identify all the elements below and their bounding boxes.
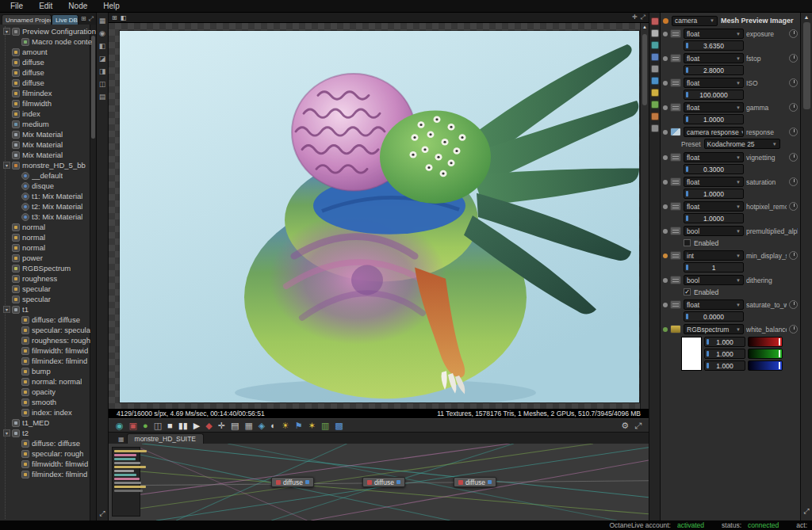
tree-item-preview-configuration[interactable]: ▾Preview Configuration [2,26,96,36]
dithering-type-dropdown[interactable]: bool▼ [684,275,744,285]
ISO-knob-icon[interactable] [789,78,798,87]
node-palette[interactable] [112,447,140,517]
tree-item-monstre-hd-5-bb[interactable]: ▾monstre_HD_5_bb [2,160,96,170]
b-channel-slider[interactable] [748,360,783,371]
pin-icon[interactable]: ✛ [632,13,638,21]
node-type-icon-1[interactable] [651,29,659,37]
ISO-value-slider[interactable]: 100.0000 [684,90,744,100]
graph-node-diffuse[interactable]: diffuse [454,477,496,487]
passes-icon[interactable]: ▥ [321,419,329,432]
tree-item-index-index[interactable]: index: index [2,407,96,418]
saturate_to_white-knob-icon[interactable] [789,300,798,309]
layers-panel-icon[interactable]: ▤ [98,93,107,101]
lock-resolution-icon[interactable]: ◐ [270,419,276,432]
tree-item-normal[interactable]: normal [2,222,96,232]
region-flag-icon[interactable]: ⚑ [295,419,303,432]
fstop-knob-icon[interactable] [789,54,798,63]
stop-render-icon[interactable]: ■ [167,419,173,432]
expander-icon[interactable]: ▾ [3,306,10,313]
render-viewport[interactable]: ▲ [109,23,649,409]
inspector-scrollbar[interactable]: ▲⤢ [800,13,812,520]
tree-item-amount[interactable]: amount [2,47,96,57]
graph-node-diffuse[interactable]: diffuse [271,477,314,487]
tree-item-diffuse[interactable]: diffuse [2,78,96,88]
tree-item-specular[interactable]: specular [2,294,96,304]
render-target-icon[interactable]: ▦ [98,17,107,25]
tree-item-index[interactable]: index [2,109,96,119]
tree-item-mix-material[interactable]: Mix Material [2,129,96,139]
menu-node[interactable]: Node [61,0,94,12]
vignetting-knob-icon[interactable] [789,153,798,162]
min_display_samples-type-dropdown[interactable]: int▼ [684,250,744,261]
saturation-type-dropdown[interactable]: float▼ [684,177,744,187]
maximize-icon[interactable]: ⤢ [641,13,645,21]
white_balance-type-dropdown[interactable]: RGBspectrum▼ [684,324,744,334]
tree-item-t2[interactable]: ▾t2 [2,428,96,438]
start-render-icon[interactable]: ▶ [193,419,200,432]
response-knob-icon[interactable] [789,128,798,136]
target-dropdown[interactable]: camera▼ [672,16,718,26]
menu-file[interactable]: File [3,0,30,12]
tree-item-normal-normal[interactable]: normal: normal [2,376,96,387]
tree-item-specular[interactable]: specular [2,284,96,294]
tree-item-mix-material[interactable]: Mix Material [2,150,96,160]
b-value[interactable]: 1.000 [704,360,745,371]
graph-node-diffuse[interactable]: diffuse [362,477,405,487]
tree-item--default[interactable]: __default [2,170,96,181]
copy-buffer-icon[interactable]: ◫ [154,419,162,432]
node-type-icon-8[interactable] [651,112,659,120]
pause-render-icon[interactable]: ▮▮ [178,419,188,432]
tree-item-filmwidth-filmwid[interactable]: filmwidth: filmwid [2,459,96,469]
camera-view-icon[interactable]: ◉ [98,29,107,38]
tree-item-normal[interactable]: normal [2,232,96,242]
node-type-icon-0[interactable] [651,17,659,25]
r-channel-slider[interactable] [748,337,783,347]
render-region-icon[interactable]: ▦ [244,419,252,432]
exposure-type-dropdown[interactable]: float▼ [684,29,744,39]
tree-item-diffuse-diffuse[interactable]: diffuse: diffuse [2,315,96,325]
gamma-value-slider[interactable]: 1.0000 [684,114,744,124]
vignetting-value-slider[interactable]: 0.3000 [684,164,744,174]
tree-item-diffuse-diffuse[interactable]: diffuse: diffuse [2,438,96,448]
detach-panel-icon[interactable]: ⤢ [89,15,94,23]
node-type-icon-3[interactable] [651,53,659,61]
tree-item-t1[interactable]: ▾t1 [2,304,96,315]
priority-icon[interactable]: ✶ [308,419,316,432]
saturation-value-slider[interactable]: 1.0000 [684,189,744,199]
response-type-dropdown[interactable]: camera response▼ [684,127,744,137]
clone-view-icon[interactable]: ◫ [98,80,107,89]
premultiplied_alpha-type-dropdown[interactable]: bool▼ [684,226,744,236]
exposure-knob-icon[interactable] [789,29,798,38]
node-type-icon-6[interactable] [651,89,659,97]
expander-icon[interactable]: ▾ [3,162,10,169]
focus-picker-icon[interactable]: ◈ [259,419,265,432]
fstop-type-dropdown[interactable]: float▼ [684,53,744,63]
tab-live-db[interactable]: Live DB [52,14,79,25]
min_display_samples-knob-icon[interactable] [789,251,798,260]
dock-icon[interactable]: ⊞ [112,14,117,21]
r-value[interactable]: 1.000 [704,337,745,347]
gamma-knob-icon[interactable] [789,103,798,112]
menu-help[interactable]: Help [96,0,127,12]
node-type-icon-5[interactable] [651,77,659,85]
fstop-value-slider[interactable]: 2.8000 [684,65,744,75]
g-value[interactable]: 1.000 [704,349,745,359]
tree-item-roughness[interactable]: roughness [2,273,96,284]
min_display_samples-value-slider[interactable]: 1 [684,262,744,273]
g-channel-slider[interactable] [748,349,783,359]
node-graph-canvas[interactable]: diffusediffusediffuse [109,444,649,520]
render-image[interactable] [120,31,639,402]
saturate_to_white-type-dropdown[interactable]: float▼ [684,299,744,310]
gamma-type-dropdown[interactable]: float▼ [684,102,744,112]
hotpixel_removal-type-dropdown[interactable]: float▼ [684,201,744,212]
split-view-icon[interactable]: ◧ [121,14,127,21]
new-window-icon[interactable]: ⊞ [81,15,86,23]
subsample-grid-icon[interactable]: ▩ [335,419,343,432]
tree-item-diffuse[interactable]: diffuse [2,57,96,67]
ISO-type-dropdown[interactable]: float▼ [684,78,744,88]
graph-expand-icon[interactable]: ⤢ [98,509,107,518]
saturate_to_white-value-slider[interactable]: 0.0000 [684,311,744,322]
node-type-icon-9[interactable] [651,124,659,132]
saturation-knob-icon[interactable] [789,177,798,186]
film-region-icon[interactable]: ◧ [98,42,107,51]
